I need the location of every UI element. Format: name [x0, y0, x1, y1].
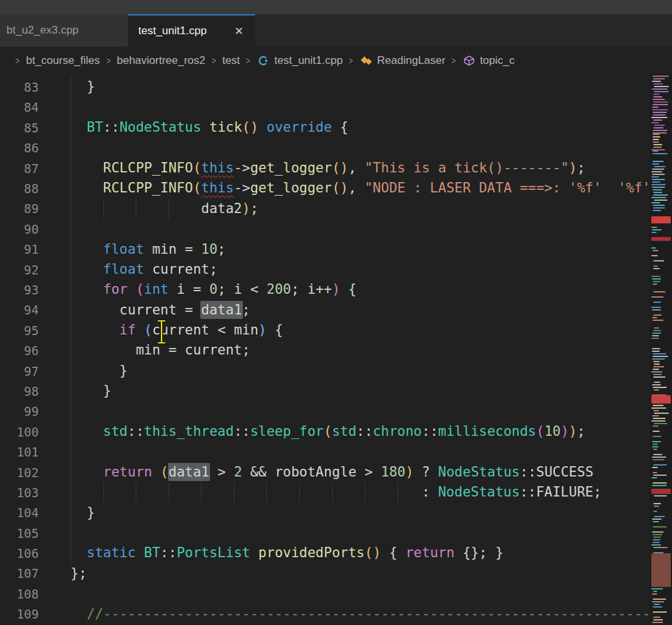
minimap-line	[652, 518, 662, 520]
minimap-line	[652, 358, 665, 360]
breadcrumb-item-test[interactable]: test	[222, 54, 240, 67]
indent-guide	[169, 199, 169, 219]
line-number: 86	[0, 141, 39, 155]
minimap-line	[653, 353, 667, 354]
minimap-line	[653, 356, 667, 357]
line-number: 98	[0, 384, 39, 398]
code-line-100[interactable]: 100 std::this_thread::sleep_for(std::chr…	[0, 422, 650, 442]
minimap-line	[651, 477, 657, 478]
tab-label: test_unit1.cpp	[138, 25, 207, 37]
minimap[interactable]	[650, 74, 672, 625]
minimap-line	[651, 197, 666, 198]
line-number: 101	[0, 445, 39, 459]
code-line-109[interactable]: 109 //----------------------------------…	[0, 604, 650, 624]
code-line-102[interactable]: 102 return (data1 > 2 && robotAngle > 18…	[0, 462, 650, 482]
minimap-line	[653, 526, 667, 528]
minimap-line	[652, 88, 667, 90]
minimap-line	[653, 320, 663, 321]
breadcrumb-item-behaviortree-ros2[interactable]: behaviortree_ros2	[117, 54, 205, 67]
minimap-line	[653, 210, 661, 211]
code-line-108[interactable]: 108	[0, 584, 650, 604]
minimap-highlight-block	[651, 395, 671, 404]
minimap-line	[654, 382, 661, 383]
minimap-line	[652, 109, 668, 110]
code-editor[interactable]: 82 "%f",83 }8485 BT::NodeStatus tick() o…	[0, 74, 650, 625]
minimap-line	[654, 166, 666, 167]
line-number: 95	[0, 323, 39, 338]
breadcrumb-item-bt-course-files[interactable]: bt_course_files	[26, 54, 100, 67]
breadcrumb-item-readinglaser[interactable]: ReadingLaser	[360, 54, 446, 67]
code-line-98[interactable]: 98 }	[0, 381, 650, 401]
code-line-106[interactable]: 106 static BT::PortsList providedPorts()…	[0, 543, 650, 563]
minimap-line	[653, 291, 665, 292]
minimap-line	[653, 444, 658, 445]
minimap-line	[652, 415, 658, 416]
code-line-96[interactable]: 96 min = current;	[0, 340, 650, 360]
code-line-86[interactable]: 86	[0, 138, 650, 158]
minimap-line	[653, 431, 660, 432]
code-line-97[interactable]: 97 }	[0, 361, 650, 381]
minimap-line	[654, 200, 667, 201]
indent-guide	[103, 199, 104, 219]
code-line-99[interactable]: 99	[0, 402, 650, 422]
vscode-editor-window: bt_u2_ex3.cpp test_unit1.cpp ✕ >bt_cours…	[0, 0, 672, 625]
code-line-92[interactable]: 92 float current;	[0, 260, 650, 280]
code-text: };	[70, 564, 87, 584]
code-line-94[interactable]: 94 current = data1;	[0, 300, 650, 320]
code-line-90[interactable]: 90	[0, 219, 650, 239]
minimap-line	[653, 78, 665, 79]
code-line-88[interactable]: 88 RCLCPP_INFO(this->get_logger(), "NODE…	[0, 178, 650, 198]
code-line-89[interactable]: 89 data2);	[0, 199, 650, 219]
close-icon[interactable]: ✕	[232, 25, 246, 38]
minimap-highlight-block	[651, 237, 671, 241]
minimap-line	[652, 229, 662, 231]
line-number: 96	[0, 343, 39, 358]
code-line-103[interactable]: 103 : NodeStatus::FAILURE;	[0, 482, 650, 502]
chevron-right-icon: >	[212, 56, 216, 66]
minimap-line	[652, 622, 663, 623]
minimap-line	[654, 125, 665, 126]
code-line-101[interactable]: 101	[0, 442, 650, 462]
code-line-85[interactable]: 85 BT::NodeStatus tick() override {	[0, 118, 650, 138]
minimap-line	[652, 485, 666, 486]
minimap-line	[652, 187, 665, 188]
indent-guide	[234, 482, 235, 502]
indent-guide	[332, 482, 333, 502]
minimap-highlight-block	[651, 216, 671, 223]
breadcrumb-item-test-unit1-cpp[interactable]: test_unit1.cpp	[257, 54, 343, 67]
minimap-line	[652, 163, 660, 165]
breadcrumb-item-topic-c[interactable]: topic_c	[463, 54, 515, 67]
minimap-line	[651, 122, 659, 123]
minimap-line	[651, 227, 657, 228]
minimap-line	[653, 139, 658, 140]
minimap-line	[651, 338, 659, 339]
code-line-104[interactable]: 104 }	[0, 503, 650, 523]
code-line-105[interactable]: 105	[0, 523, 650, 543]
minimap-line	[652, 384, 661, 385]
tab-test-unit1[interactable]: test_unit1.cpp ✕	[128, 14, 255, 46]
indent-guide	[299, 482, 300, 502]
minimap-line	[651, 232, 656, 233]
line-number: 109	[0, 607, 39, 621]
minimap-line	[653, 268, 660, 269]
minimap-line	[652, 593, 657, 595]
minimap-line	[653, 194, 668, 196]
indent-guide	[103, 482, 104, 502]
line-number: 107	[0, 566, 39, 580]
minimap-line	[653, 366, 665, 367]
code-text: //--------------------------------------…	[70, 604, 650, 624]
line-number: 92	[0, 263, 39, 277]
code-line-87[interactable]: 87 RCLCPP_INFO(this->get_logger(), "This…	[0, 158, 650, 178]
tab-bt-u2-ex3[interactable]: bt_u2_ex3.cpp	[0, 14, 128, 46]
minimap-line	[653, 130, 667, 131]
code-line-83[interactable]: 83 }	[0, 77, 650, 97]
code-line-95[interactable]: 95 if (current < min) {	[0, 320, 650, 340]
minimap-line	[654, 506, 659, 507]
code-line-84[interactable]: 84	[0, 97, 650, 118]
code-line-93[interactable]: 93 for (int i = 0; i < 200; i++) {	[0, 280, 650, 300]
code-line-91[interactable]: 91 float min = 10;	[0, 240, 650, 260]
code-line-107[interactable]: 107};	[0, 564, 650, 584]
line-number: 84	[0, 100, 39, 114]
code-text: : NodeStatus::FAILURE;	[70, 482, 602, 502]
minimap-line	[653, 153, 667, 154]
